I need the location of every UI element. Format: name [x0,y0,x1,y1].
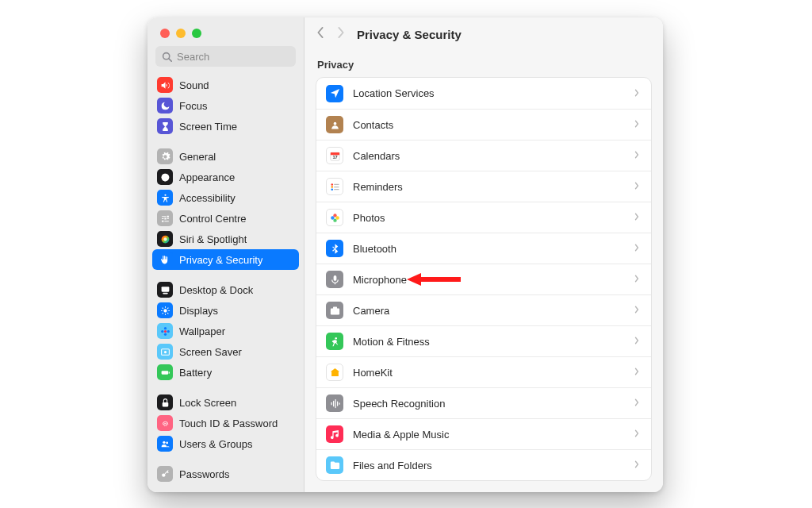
sidebar-item-wallpaper[interactable]: Wallpaper [152,321,299,341]
privacy-row-location-services[interactable]: Location Services [316,78,651,109]
sidebar-item-label: Battery [179,367,212,379]
sun-icon [157,302,173,318]
chevron-right-icon [632,365,642,379]
sidebar-item-label: Wallpaper [179,325,225,337]
music-icon [326,425,343,443]
appearance-icon [157,169,173,185]
sidebar-item-accessibility[interactable]: Accessibility [152,187,299,208]
privacy-row-label: Motion & Fitness [353,336,430,348]
forward-button[interactable] [336,27,346,41]
sidebar-item-label: General [179,151,216,163]
sidebar-item-battery[interactable]: Battery [152,362,299,383]
privacy-row-contacts[interactable]: Contacts [316,109,651,140]
sidebar-item-focus[interactable]: Focus [152,95,299,116]
flower-icon [157,323,173,339]
privacy-row-label: Speech Recognition [353,398,445,410]
sidebar-item-general[interactable]: General [152,146,299,167]
siri-icon [157,231,173,247]
sidebar-item-label: Focus [179,100,207,112]
battery-icon [157,364,173,380]
chevron-right-icon [632,303,642,318]
sidebar-item-touch-id-password[interactable]: Touch ID & Password [152,413,299,433]
sidebar-item-displays[interactable]: Displays [152,300,299,321]
sidebar-item-screen-time[interactable]: Screen Time [152,116,299,137]
privacy-row-microphone[interactable]: Microphone [316,264,651,294]
sidebar-item-users-groups[interactable]: Users & Groups [152,433,299,454]
privacy-row-media-apple-music[interactable]: Media & Apple Music [316,418,651,449]
gear-icon [157,148,173,164]
privacy-row-label: Location Services [353,87,435,99]
privacy-row-label: HomeKit [353,367,393,379]
privacy-row-reminders[interactable]: Reminders [316,171,651,202]
sidebar-item-sound[interactable]: Sound [152,75,299,95]
privacy-row-files-and-folders[interactable]: Files and Folders [316,449,651,480]
photos-icon [326,209,343,226]
motion-icon [326,333,343,350]
finger-icon [157,415,173,431]
sidebar-item-label: Displays [179,305,218,317]
sidebar-item-siri-spotlight[interactable]: Siri & Spotlight [152,229,299,249]
svg-line-1 [169,58,171,60]
sliders-icon [157,210,173,226]
privacy-row-bluetooth[interactable]: Bluetooth [316,233,651,264]
privacy-row-motion-fitness[interactable]: Motion & Fitness [316,325,651,356]
back-button[interactable] [316,27,325,41]
privacy-list: Location Services Contacts Calendars Rem… [316,77,652,481]
sidebar-item-label: Users & Groups [179,438,252,450]
moon-icon [157,98,173,114]
window-controls [147,17,304,46]
sidebar-item-label: Siri & Spotlight [179,233,247,245]
sidebar-item-control-centre[interactable]: Control Centre [152,208,299,229]
sidebar-item-label: Lock Screen [179,397,236,409]
access-icon [157,190,173,206]
section-header-privacy: Privacy [316,51,652,77]
privacy-row-label: Contacts [353,119,393,131]
sidebar-item-label: Screen Saver [179,346,242,358]
privacy-row-speech-recognition[interactable]: Speech Recognition [316,387,651,418]
minimize-window-button[interactable] [176,29,186,38]
close-window-button[interactable] [160,29,170,38]
sidebar-item-label: Screen Time [179,121,237,133]
sidebar-item-label: Passwords [179,468,230,480]
chevron-right-icon [632,87,642,101]
hand-icon [157,252,173,267]
sidebar-item-label: Privacy & Security [179,254,262,266]
privacy-row-camera[interactable]: Camera [316,294,651,325]
calendar-icon [326,147,343,164]
sidebar: Search Sound Focus Screen Time General A… [147,17,304,492]
zoom-window-button[interactable] [192,29,201,38]
annotation-arrow-icon [405,271,462,287]
sidebar-item-passwords[interactable]: Passwords [152,464,299,484]
key-icon [157,466,173,482]
sidebar-item-label: Sound [179,79,209,91]
search-input[interactable]: Search [155,46,296,67]
sidebar-item-privacy-security[interactable]: Privacy & Security [152,249,299,270]
chevron-right-icon [632,427,642,441]
contacts-icon [326,116,343,133]
mic-icon [326,271,343,288]
sidebar-item-label: Control Centre [179,213,247,225]
chevron-right-icon [632,210,642,225]
wave-icon [326,394,343,412]
sidebar-item-label: Touch ID & Password [179,418,278,429]
sidebar-item-label: Appearance [179,171,235,183]
frame-icon [157,344,173,360]
privacy-row-label: Camera [353,305,389,317]
folder-icon [326,456,343,474]
privacy-row-photos[interactable]: Photos [316,202,651,233]
privacy-row-label: Bluetooth [353,243,396,255]
search-placeholder: Search [177,51,209,63]
sidebar-item-label: Desktop & Dock [179,284,253,296]
chevron-right-icon [632,272,642,287]
sidebar-item-desktop-dock[interactable]: Desktop & Dock [152,279,299,300]
privacy-row-homekit[interactable]: HomeKit [316,356,651,387]
location-icon [326,85,343,102]
sidebar-item-screen-saver[interactable]: Screen Saver [152,341,299,362]
privacy-row-calendars[interactable]: Calendars [316,140,651,171]
sidebar-item-lock-screen[interactable]: Lock Screen [152,392,299,413]
privacy-row-label: Files and Folders [353,460,432,471]
sidebar-item-appearance[interactable]: Appearance [152,167,299,187]
sound-icon [157,77,173,93]
chevron-right-icon [632,148,642,163]
page-title: Privacy & Security [357,28,462,41]
